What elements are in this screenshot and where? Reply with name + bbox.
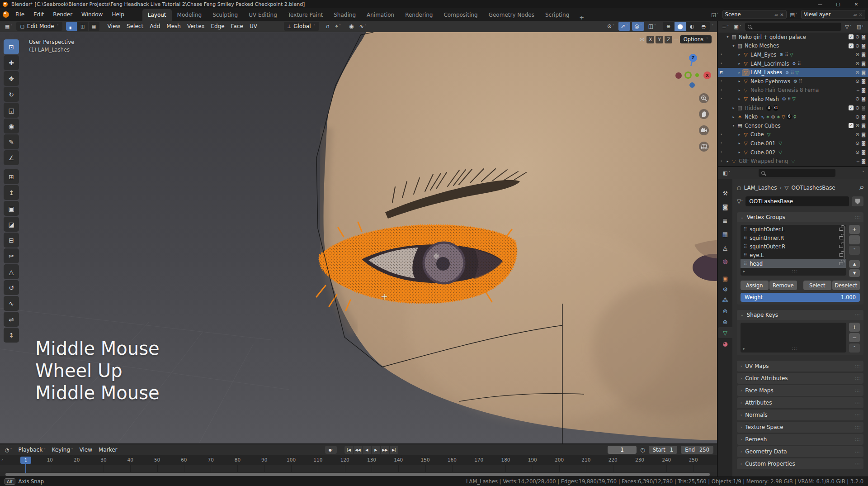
tool-smooth-icon[interactable]: ∿ [4,296,19,311]
hide-eye-icon[interactable]: ⊙ [855,96,859,102]
scene-selector-icon[interactable]: ◲˅ [710,12,720,18]
properties-search-input[interactable] [759,169,835,177]
snap-mode-icon[interactable]: ⌖˅ [333,22,343,31]
disclosure-open-icon[interactable]: ▾ [731,124,736,128]
render-visibility-icon[interactable]: ◙ [861,105,866,110]
panel-color-attributes[interactable]: ›Color Attributes∷∷ [737,373,863,384]
scrollbar-handle[interactable] [5,473,710,476]
outliner-item-name[interactable]: Neko girl + golden palace [739,34,806,40]
hide-eye-icon[interactable]: ⊙ [855,61,859,67]
shape-keys-header[interactable]: ⌄ Shape Keys ∷∷ [737,310,863,320]
fake-user-button[interactable] [852,196,863,206]
remove-vertex-group-button[interactable]: − [849,235,860,244]
disclosure-closed-icon[interactable]: ▸ [736,88,742,92]
current-frame-field[interactable]: 1 [608,446,637,454]
unlink-icon[interactable]: ✕ [780,12,783,17]
panel-texture-space[interactable]: ›Texture Space∷∷ [737,422,863,433]
vertex-groups-list[interactable]: ⠿squintOuter.L⠿squintInner.R⠿squintOuter… [741,225,846,276]
visibility-dropdown-icon[interactable]: ⊙˅ [605,22,617,31]
tool-spin-icon[interactable]: ↺ [4,280,19,295]
panel-grip[interactable]: ∷∷ [855,376,860,381]
shading-solid-icon[interactable]: ⬤ [675,22,686,31]
proportional-falloff-icon[interactable]: ∿˅ [357,22,369,31]
properties-tab-output[interactable]: ≣ [718,215,732,226]
lock-open-icon[interactable] [839,245,843,248]
workspace-tab-texture-paint[interactable]: Texture Paint [283,9,328,21]
jump-to-end-button[interactable]: ▶| [390,446,398,454]
timeline-channel-strip[interactable] [0,465,717,472]
close-button[interactable]: ✕ [847,0,865,8]
vertex-group-row[interactable]: ⠿eye.L [741,251,846,259]
lock-open-icon[interactable] [839,253,843,257]
hide-eye-icon[interactable]: ⊙ [855,140,859,146]
render-visibility-icon[interactable]: ◙ [861,34,866,39]
viewport-menu-select[interactable]: Select [123,23,146,29]
hide-eye-icon[interactable]: ⊙ [855,34,859,40]
current-frame-indicator[interactable]: 1 [20,457,31,464]
hide-eye-icon[interactable]: ⊙ [855,52,859,57]
minimize-button[interactable]: — [811,0,829,8]
panel-grip[interactable]: ∷∷ [855,364,860,369]
outliner-display-mode-icon[interactable]: ≡˅ [721,24,730,30]
menu-render[interactable]: Render [48,10,77,19]
outliner-item-name[interactable]: Neko Mesh [750,96,779,102]
gizmo-x-neg[interactable] [675,72,682,79]
outliner-row[interactable]: •▸▽Cube.001▽⊙◙ [718,139,868,148]
options-dropdown[interactable]: Options˅ [680,35,712,43]
workspace-tab-modeling[interactable]: Modeling [172,9,208,21]
outliner-item-name[interactable]: LAM_Lacrimals [750,61,789,67]
mode-dropdown[interactable]: ▢ Edit Mode ˅ [16,22,62,31]
properties-options-icon[interactable]: ˅ [862,171,864,176]
outliner-row[interactable]: •▸▽Neko Mesh⚙⠿▽⊙◙ [718,95,868,104]
hidden-eye-icon[interactable]: ⌣ [856,87,859,93]
play-button[interactable]: ▶ [372,446,380,454]
tool-rotate-icon[interactable]: ↻ [4,87,19,102]
vertex-group-row[interactable]: ⠿squintOuter.L [741,225,846,233]
tool-scale-icon[interactable]: ◱ [4,103,19,118]
tool-poly-build-icon[interactable]: △ [4,264,19,279]
datablock-name-input[interactable]: OOTLashesBase [745,196,849,206]
render-visibility-icon[interactable]: ◙ [861,96,866,101]
outliner-row[interactable]: ▾▤Neko girl + golden palace✓⊙◙ [718,33,868,42]
workspace-tab-uv-editing[interactable]: UV Editing [243,9,283,21]
weight-slider[interactable]: Weight 1.000 [741,293,860,302]
shading-options-icon[interactable]: ˅ [712,24,713,29]
breadcrumb-object[interactable]: LAM_Lashes [744,185,777,191]
hide-eye-icon[interactable]: ⊙ [855,149,859,155]
render-visibility-icon[interactable]: ◙ [861,132,866,137]
viewport-3d[interactable]: ▦˅ ▢ Edit Mode ˅ ▖◫▦ ViewSelectAddMeshVe… [0,21,717,443]
render-visibility-icon[interactable]: ◙ [861,159,866,164]
properties-tab-world[interactable]: ◍ [718,256,732,267]
record-button[interactable]: ●˅ [325,446,337,454]
disclosure-closed-icon[interactable]: ▸ [731,106,736,110]
outliner-item-name[interactable]: Censor Cubes [745,123,781,129]
deselect-button[interactable]: Deselect [832,281,860,290]
outliner-row[interactable]: ▾▤Censor Cubes✓⊙◙ [718,121,868,130]
workspace-tab-shading[interactable]: Shading [328,9,361,21]
outliner-item-name[interactable]: Neko Eyebrows [750,78,790,85]
add-workspace-button[interactable]: + [575,14,589,21]
overlays-toggle-icon[interactable]: ◎˅ [632,22,644,31]
tool-knife-icon[interactable]: ✂ [4,248,19,263]
mirror-axis-z[interactable]: Z [665,36,672,43]
render-visibility-icon[interactable]: ◙ [861,79,866,84]
gizmo-z-neg[interactable] [689,82,695,88]
workspace-tab-geometry-nodes[interactable]: Geometry Nodes [483,9,540,21]
panel-grip[interactable]: ∷∷ [855,425,860,430]
copy-icon[interactable]: ▱ [854,12,857,17]
hidden-eye-icon[interactable]: ⌣ [856,158,859,164]
render-visibility-icon[interactable]: ◙ [861,150,866,155]
maximize-button[interactable]: ▢ [829,0,847,8]
add-vertex-group-button[interactable]: + [849,225,860,234]
exclude-checkbox[interactable]: ✓ [849,43,854,48]
remove-button[interactable]: Remove [769,281,797,290]
disclosure-closed-icon[interactable]: ▸ [736,79,742,83]
workspace-tab-layout[interactable]: Layout [142,9,172,21]
render-visibility-icon[interactable]: ◙ [861,43,866,48]
next-keyframe-button[interactable]: ▶▶ [381,446,389,454]
viewlayer-field[interactable]: ViewLayer ▱ ✕ [801,10,865,19]
render-visibility-icon[interactable]: ◙ [861,61,866,66]
tool-cursor-icon[interactable]: ✚ [4,55,19,70]
gizmo-x-axis[interactable]: X [703,71,711,79]
shading-rendered-icon[interactable]: ◓ [698,22,709,31]
